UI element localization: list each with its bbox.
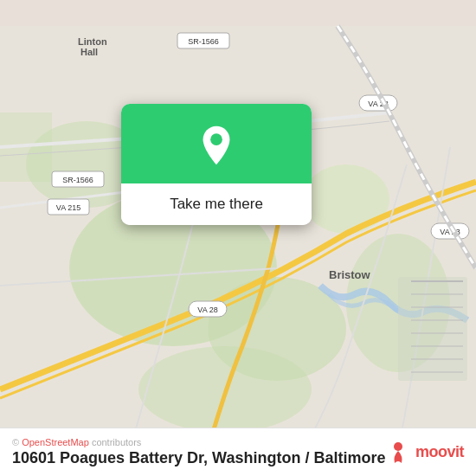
copyright-suffix: contributors <box>89 437 142 447</box>
svg-text:SR-1566: SR-1566 <box>62 176 93 184</box>
svg-rect-23 <box>398 277 467 381</box>
openstreetmap-link[interactable]: OpenStreetMap <box>22 437 89 447</box>
map-container: SR-1566 SR-1566 VA 215 VA 28 VA 28 VA 23… <box>0 0 476 476</box>
popup-card: Take me there <box>121 104 312 225</box>
svg-text:Linton: Linton <box>78 36 107 47</box>
svg-text:Bristow: Bristow <box>329 268 371 281</box>
popup-green-area <box>121 104 312 183</box>
svg-text:VA 215: VA 215 <box>56 203 80 212</box>
bottom-bar: © OpenStreetMap contributors 10601 Poagu… <box>0 428 476 476</box>
address-text: 10601 Poagues Battery Dr, Washington / B… <box>12 449 385 467</box>
bottom-left: © OpenStreetMap contributors 10601 Poagu… <box>12 437 385 467</box>
svg-point-5 <box>303 164 389 234</box>
moovit-icon <box>386 441 410 465</box>
copyright-prefix: © <box>12 437 22 447</box>
svg-text:Hall: Hall <box>80 47 98 57</box>
svg-point-25 <box>394 442 402 451</box>
svg-text:VA 28: VA 28 <box>197 306 217 314</box>
svg-text:SR-1566: SR-1566 <box>188 37 219 46</box>
svg-point-24 <box>210 133 222 145</box>
moovit-logo[interactable]: moovit <box>386 441 464 465</box>
take-me-there-button[interactable]: Take me there <box>121 183 312 225</box>
map-background: SR-1566 SR-1566 VA 215 VA 28 VA 28 VA 23… <box>0 0 476 476</box>
copyright-text: © OpenStreetMap contributors <box>12 437 385 447</box>
location-pin-icon <box>196 125 237 166</box>
moovit-text: moovit <box>415 443 464 461</box>
